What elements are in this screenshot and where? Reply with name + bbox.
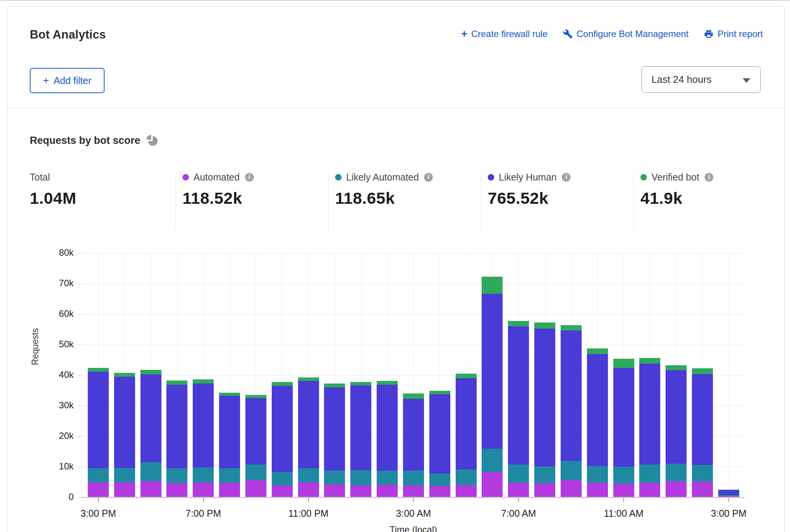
segment-likely-automated [666, 464, 687, 481]
segment-likely-human [166, 385, 187, 468]
x-axis-tick [308, 498, 309, 502]
stat-separator [176, 174, 176, 231]
segment-likely-automated [692, 465, 713, 482]
bar-1-00-am [350, 382, 371, 497]
segment-automated [639, 483, 660, 497]
segment-likely-automated [456, 469, 477, 485]
segment-likely-automated [166, 468, 187, 483]
segment-likely-automated [193, 468, 214, 482]
y-axis-tick [77, 314, 82, 314]
print-report-label: Print report [717, 29, 763, 39]
x-axis-tick [203, 498, 204, 502]
segment-verified-bot [114, 373, 135, 377]
plot-area: 010k20k30k40k50k60k70k80k3:00 PM7:00 PM1… [82, 253, 744, 497]
bar-5-00-am [456, 374, 477, 497]
segment-verified-bot [561, 325, 582, 330]
segment-verified-bot [613, 359, 634, 368]
segment-likely-human [534, 329, 555, 467]
bar-12-00-am [324, 384, 345, 497]
bar-12-00-pm [639, 358, 660, 497]
segment-likely-human [482, 294, 503, 449]
segment-likely-automated [613, 467, 634, 484]
stat-label: Automated [193, 172, 240, 183]
x-axis-tick-label: 7:00 PM [161, 508, 245, 519]
bar-3-00-pm [88, 368, 109, 497]
bar-6-00-pm [166, 380, 187, 497]
configure-bot-management-link[interactable]: Configure Bot Management [563, 29, 689, 39]
time-range-dropdown[interactable]: Last 24 hours [642, 66, 761, 93]
add-filter-button[interactable]: + Add filter [30, 68, 105, 93]
segment-likely-automated [377, 471, 398, 485]
configure-bot-management-label: Configure Bot Management [577, 29, 689, 39]
segment-automated [534, 483, 555, 497]
stat-value: 1.04M [30, 189, 76, 208]
segment-likely-automated [140, 462, 161, 481]
segment-likely-human [377, 385, 398, 471]
segment-verified-bot [245, 395, 266, 398]
segment-likely-human [193, 384, 214, 468]
chevron-down-icon [743, 78, 750, 83]
section-divider [7, 108, 784, 108]
create-firewall-rule-link[interactable]: + Create firewall rule [461, 29, 547, 39]
gridline-horizontal [82, 345, 744, 345]
segment-verified-bot [324, 384, 345, 387]
segment-likely-automated [561, 461, 582, 480]
bar-4-00-pm [114, 373, 135, 497]
segment-verified-bot [219, 393, 240, 396]
segment-verified-bot [692, 368, 713, 374]
bar-9-00-am [561, 325, 582, 497]
stat-automated: Automatedi118.52k [182, 171, 254, 208]
segment-likely-human [508, 326, 529, 464]
segment-automated [561, 480, 582, 497]
y-axis-tick-label: 50k [32, 339, 74, 350]
segment-verified-bot [403, 393, 424, 399]
gridline-horizontal [82, 253, 744, 253]
segment-likely-human [587, 354, 608, 466]
info-icon[interactable]: i [705, 173, 713, 182]
segment-automated [613, 484, 634, 497]
segment-likely-automated [324, 471, 345, 484]
segment-likely-human [324, 387, 345, 471]
stat-verified-bot: Verified boti41.9k [640, 171, 713, 208]
x-axis-title: Time (local) [371, 524, 456, 532]
y-axis-tick [77, 406, 82, 406]
segment-automated [456, 485, 477, 497]
y-axis-tick [77, 375, 82, 376]
stat-likely-automated: Likely Automatedi118.65k [335, 171, 433, 208]
gridline-horizontal [82, 284, 744, 284]
x-axis-tick [728, 498, 729, 502]
bar-9-00-pm [245, 395, 266, 497]
info-icon[interactable]: i [424, 173, 433, 182]
segment-verified-bot [377, 381, 398, 385]
bar-11-00-pm [298, 377, 319, 497]
y-axis-tick-label: 70k [32, 278, 74, 289]
segment-likely-human [613, 368, 634, 467]
segment-likely-automated [639, 464, 660, 483]
bar-7-00-pm [193, 379, 214, 497]
bot-analytics-card: Bot Analytics + Create firewall rule Con… [7, 6, 785, 532]
info-icon[interactable]: i [245, 173, 254, 182]
header-actions: + Create firewall rule Configure Bot Man… [461, 29, 763, 39]
stat-separator [328, 174, 329, 231]
segment-automated [692, 482, 713, 497]
segment-likely-automated [587, 466, 608, 483]
segment-likely-automated [534, 466, 555, 483]
segment-automated [245, 480, 266, 497]
bar-6-00-am [482, 277, 503, 497]
x-axis-tick [518, 498, 519, 502]
print-report-link[interactable]: Print report [704, 29, 763, 39]
time-range-value: Last 24 hours [642, 74, 712, 85]
segment-automated [587, 483, 608, 497]
stat-likely-human: Likely Humani765.52k [488, 171, 571, 208]
segment-likely-human [561, 330, 582, 461]
segment-likely-human [718, 490, 739, 495]
segment-verified-bot [639, 358, 660, 363]
segment-automated [403, 485, 424, 497]
segment-likely-human [639, 364, 660, 464]
segment-automated [166, 483, 187, 497]
bar-3-00-am [403, 393, 424, 497]
stat-value: 118.65k [335, 189, 433, 208]
y-axis-tick [77, 436, 82, 437]
segment-automated [298, 482, 319, 497]
info-icon[interactable]: i [562, 173, 571, 182]
